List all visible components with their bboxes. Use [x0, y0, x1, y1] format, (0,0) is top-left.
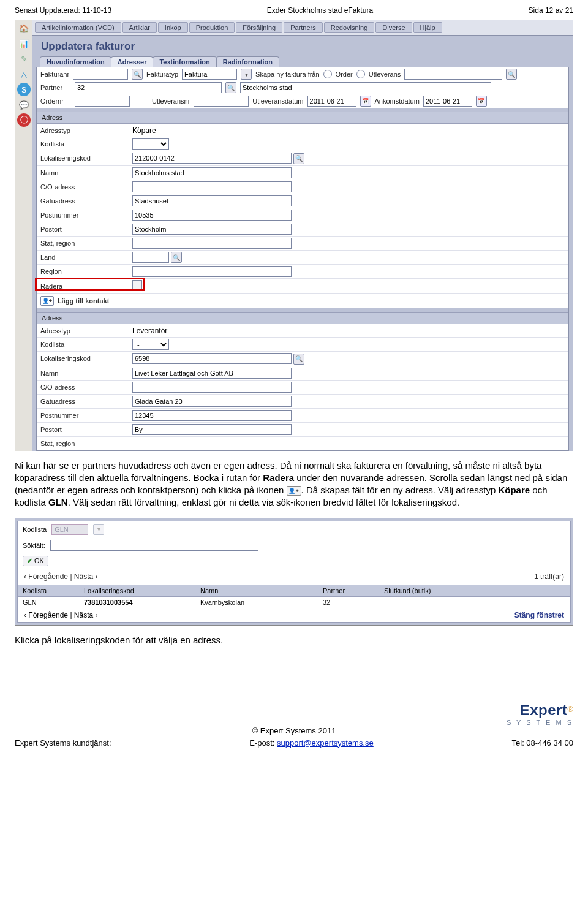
fakturanr-input[interactable]: [73, 69, 128, 80]
stat-input[interactable]: [132, 238, 292, 249]
ankomst-input[interactable]: [423, 96, 472, 107]
tabs: Huvudinformation Adresser Textinformatio…: [32, 56, 573, 67]
search-icon[interactable]: 🔍: [506, 69, 517, 80]
menu-produktion[interactable]: Produktion: [189, 22, 235, 33]
address-section-header: Adress: [37, 112, 568, 124]
search-icon[interactable]: 🔍: [293, 153, 304, 164]
ordernr-label: Ordernr: [40, 97, 71, 105]
next-link[interactable]: Nästa ›: [74, 611, 98, 619]
order-radio[interactable]: [323, 70, 332, 78]
dropdown-icon: ▾: [93, 524, 104, 535]
close-window-link[interactable]: Stäng fönstret: [514, 611, 564, 619]
sokfalt-input[interactable]: [50, 540, 258, 551]
calendar-icon[interactable]: 📅: [360, 96, 371, 107]
adresstyp-value: Leverantör: [132, 327, 565, 335]
tab-huvudinformation[interactable]: Huvudinformation: [40, 56, 111, 67]
dollar-icon[interactable]: $: [17, 83, 31, 96]
logo: Expert® S Y S T E M S: [507, 702, 573, 726]
tab-radinformation[interactable]: Radinformation: [216, 56, 279, 67]
utleveransnr-label: Utleveransnr: [152, 97, 190, 105]
land-input[interactable]: [132, 252, 169, 263]
hit-count: 1 träff(ar): [534, 572, 564, 581]
order-label: Order: [336, 70, 353, 78]
search-icon[interactable]: 🔍: [132, 69, 143, 80]
partner-input[interactable]: [75, 82, 222, 93]
chat-icon[interactable]: 💬: [17, 98, 31, 112]
instruction-paragraph-2: Klicka på lokaliseringskoden för att väl…: [15, 634, 573, 646]
menu-hjalp[interactable]: Hjälp: [413, 22, 442, 33]
namn-input[interactable]: [132, 167, 292, 178]
header-right: Sida 12 av 21: [529, 6, 573, 15]
kodlista-label: Kodlista: [40, 341, 132, 348]
next-link[interactable]: Nästa ›: [74, 572, 98, 581]
postort-input[interactable]: [132, 224, 292, 235]
address-section-header: Adress: [37, 312, 568, 324]
sokfalt-label: Sökfält:: [23, 542, 45, 549]
sidebar-icons: 🏠 📊 ✎ △ $ 💬 ⓘ: [15, 20, 32, 451]
search-icon[interactable]: 🔍: [293, 354, 304, 365]
search-icon[interactable]: 🔍: [171, 252, 182, 263]
ordernr-input[interactable]: [75, 96, 130, 107]
partner-name-input[interactable]: [240, 82, 491, 93]
calendar-icon[interactable]: 📅: [476, 96, 487, 107]
page-title: Uppdatera fakturor: [32, 36, 573, 56]
menu-inkop[interactable]: Inköp: [158, 22, 188, 33]
menu-artiklar[interactable]: Artiklar: [123, 22, 157, 33]
postort-label: Postort: [40, 225, 132, 233]
fakturanr-label: Fakturanr: [40, 70, 69, 78]
utlevdatum-input[interactable]: [307, 96, 356, 107]
stats-icon[interactable]: 📊: [17, 37, 31, 50]
add-address-icon: 👤+: [287, 486, 301, 496]
gatu-input[interactable]: [132, 195, 292, 206]
up-icon[interactable]: △: [17, 67, 31, 81]
skapa-input[interactable]: [404, 69, 502, 80]
header-center: Exder Stockholms stad eFaktura: [267, 6, 373, 15]
footer-center: E-post: support@expertsystems.se: [111, 738, 512, 748]
support-email-link[interactable]: support@expertsystems.se: [277, 738, 374, 748]
result-row[interactable]: GLN 7381031003554 Kvarnbyskolan 32: [18, 597, 570, 608]
gatu-input[interactable]: [132, 396, 292, 407]
stat-label: Stat, region: [40, 240, 132, 247]
tab-adresser[interactable]: Adresser: [111, 56, 154, 67]
utleverans-label: Utleverans: [369, 70, 401, 78]
co-input[interactable]: [132, 382, 292, 393]
lokaliseringskod-input[interactable]: [132, 353, 292, 364]
lokaliseringskod-input[interactable]: [132, 153, 292, 164]
utleverans-radio[interactable]: [356, 70, 365, 78]
postnr-label: Postnummer: [40, 211, 132, 219]
postnr-input[interactable]: [132, 210, 292, 221]
radera-checkbox[interactable]: [132, 280, 142, 290]
prev-link[interactable]: ‹ Föregående: [24, 572, 68, 581]
copyright: © Expert Systems 2011: [15, 726, 573, 735]
namn-label: Namn: [40, 369, 132, 377]
radera-label: Radera: [40, 282, 132, 290]
fakturatyp-select[interactable]: [182, 69, 237, 80]
info-icon[interactable]: ⓘ: [17, 113, 31, 127]
kodlista-select[interactable]: -: [132, 138, 169, 150]
region-label: Region: [40, 268, 132, 275]
result-header: Kodlista Lokaliseringskod Namn Partner S…: [18, 585, 570, 597]
menu-artikelinfo[interactable]: Artikelinformation (VCD): [35, 22, 121, 33]
add-contact-icon[interactable]: 👤+: [40, 296, 54, 306]
prev-link[interactable]: ‹ Föregående: [24, 611, 68, 619]
postnr-input[interactable]: [132, 410, 292, 421]
menu-partners[interactable]: Partners: [284, 22, 323, 33]
menu-redovisning[interactable]: Redovisning: [324, 22, 375, 33]
edit-icon[interactable]: ✎: [17, 52, 31, 66]
co-input[interactable]: [132, 181, 292, 192]
region-input[interactable]: [132, 266, 292, 277]
gatu-label: Gatuadress: [40, 197, 132, 205]
menu-forsaljning[interactable]: Försäljning: [236, 22, 282, 33]
namn-input[interactable]: [132, 368, 292, 379]
menu-diverse[interactable]: Diverse: [375, 22, 412, 33]
dropdown-icon[interactable]: ▾: [241, 69, 252, 80]
kodlista-select[interactable]: -: [132, 339, 169, 350]
postort-input[interactable]: [132, 424, 292, 435]
ok-button[interactable]: ✔OK: [23, 556, 48, 566]
search-icon[interactable]: 🔍: [225, 82, 236, 93]
home-icon[interactable]: 🏠: [17, 21, 31, 35]
utleveransnr-input[interactable]: [194, 96, 249, 107]
add-contact-label[interactable]: Lägg till kontakt: [58, 297, 109, 305]
kodlista-label: Kodlista: [40, 140, 132, 148]
tab-textinformation[interactable]: Textinformation: [153, 56, 216, 67]
